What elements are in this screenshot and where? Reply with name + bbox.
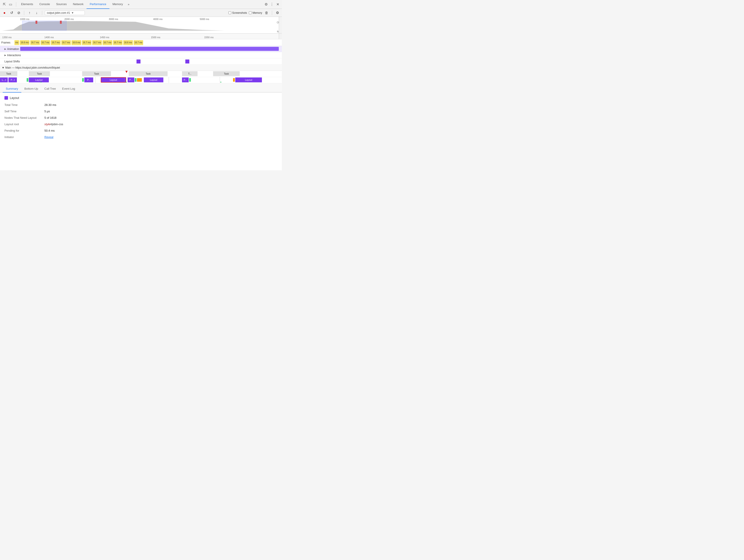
topbar-right-controls: ⚙ ⋮ ✕ bbox=[264, 2, 280, 7]
tab-performance[interactable]: Performance bbox=[86, 0, 109, 9]
frame-chip-1[interactable]: 16.6 ms bbox=[20, 40, 30, 45]
frame-chip-11[interactable]: 16.6 ms bbox=[123, 40, 133, 45]
subtask-green-3 bbox=[135, 78, 137, 82]
tab-call-tree[interactable]: Call Tree bbox=[41, 85, 59, 92]
frame-chip-3[interactable]: 16.7 ms bbox=[41, 40, 50, 45]
kebab-menu-icon[interactable]: ⋮ bbox=[269, 2, 274, 7]
tab-network[interactable]: Network bbox=[70, 0, 87, 9]
frame-chip-6[interactable]: 16.6 ms bbox=[71, 40, 81, 45]
subtask-orange-2 bbox=[233, 78, 235, 82]
frame-chip-8[interactable]: 16.7 ms bbox=[92, 40, 102, 45]
subtask-layout-3[interactable]: Layout bbox=[235, 77, 262, 82]
tab-elements[interactable]: Elements bbox=[18, 0, 36, 9]
tab-summary[interactable]: Summary bbox=[3, 85, 21, 92]
initiator-reveal-link[interactable]: Reveal bbox=[44, 136, 53, 139]
layout-shifts-label-text: Layout Shifts bbox=[4, 60, 20, 63]
toolbar-divider-1 bbox=[24, 11, 24, 15]
layout-shifts-content bbox=[21, 59, 282, 64]
trash-icon[interactable]: 🗑 bbox=[264, 10, 269, 15]
summary-row-pending: Pending for 50.4 ms bbox=[4, 129, 277, 132]
subtask-p1[interactable]: P... bbox=[84, 77, 93, 82]
frame-chip-5[interactable]: 16.7 ms bbox=[61, 40, 71, 45]
tab-memory[interactable]: Memory bbox=[109, 0, 126, 9]
main-label: Main bbox=[5, 66, 11, 69]
animation-expand-arrow[interactable]: ▶ bbox=[4, 48, 6, 50]
memory-checkbox[interactable] bbox=[249, 11, 252, 14]
main-nav: Elements Console Sources Network Perform… bbox=[18, 0, 263, 9]
url-selector[interactable]: output.jsbin.com #1 ▼ bbox=[45, 11, 85, 15]
subtask-p2[interactable]: P... bbox=[127, 77, 134, 82]
green-dot-3 bbox=[220, 82, 221, 82]
task-block-2[interactable]: Task bbox=[82, 71, 111, 76]
task-block-3[interactable]: Task bbox=[129, 71, 168, 76]
clear-button[interactable]: ⊘ bbox=[16, 10, 21, 15]
frame-chip-9[interactable]: 16.7 ms bbox=[103, 40, 112, 45]
record-button[interactable]: ● bbox=[2, 10, 7, 15]
tl-time-1500: 1500 ms bbox=[151, 36, 160, 39]
devtools-icons: ⇱ ▭ bbox=[2, 2, 13, 7]
interactions-expand-arrow[interactable]: ▶ bbox=[4, 54, 6, 57]
subtask-orange-1 bbox=[137, 78, 142, 82]
frame-chip-0[interactable]: ms bbox=[14, 40, 19, 45]
frame-chip-10[interactable]: 16.7 ms bbox=[113, 40, 123, 45]
memory-checkbox-group[interactable]: Memory bbox=[249, 11, 262, 14]
subtask-lt[interactable]: L...t bbox=[0, 77, 8, 82]
task-block-1[interactable]: Task bbox=[29, 71, 50, 76]
layout-shifts-label: Layout Shifts bbox=[0, 60, 21, 63]
main-section-header: ▼ Main — https://output.jsbin.com/elisum… bbox=[0, 65, 282, 71]
download-button[interactable]: ↓ bbox=[34, 10, 39, 15]
capture-settings-icon[interactable]: ⚙ bbox=[275, 10, 280, 15]
time-label-5000: 5000 ms bbox=[200, 18, 209, 21]
timeline-header: 1350 ms 1400 ms 1450 ms 1500 ms 1550 ms bbox=[0, 34, 282, 39]
subtask-green-2 bbox=[82, 78, 84, 82]
tab-sources[interactable]: Sources bbox=[53, 0, 70, 9]
task-block-4[interactable]: T... bbox=[182, 71, 197, 76]
task-block-5[interactable]: Task bbox=[213, 71, 240, 76]
task-marker bbox=[125, 71, 127, 73]
subtask-green-1 bbox=[27, 78, 28, 82]
refresh-button[interactable]: ↺ bbox=[9, 10, 14, 15]
tab-bottom-up[interactable]: Bottom-Up bbox=[21, 85, 41, 92]
summary-title-text: Layout bbox=[10, 96, 19, 100]
subtask-pt[interactable]: P...t bbox=[8, 77, 17, 82]
subtask-layout-1[interactable]: Layout bbox=[29, 77, 49, 82]
animation-label[interactable]: ▶ Animation bbox=[0, 47, 20, 50]
time-label-1000: 1000 ms bbox=[20, 18, 29, 21]
animation-bar bbox=[20, 47, 279, 51]
screenshots-checkbox[interactable] bbox=[228, 11, 231, 14]
interactions-label-text: Interactions bbox=[7, 54, 21, 57]
subtask-layout-selected[interactable]: Layout bbox=[101, 77, 126, 82]
overview-scrollbar[interactable] bbox=[279, 17, 282, 33]
animation-row: ▶ Animation bbox=[0, 46, 282, 52]
layout-root-style-keyword: style bbox=[44, 122, 50, 126]
subtask-p3[interactable]: P... bbox=[182, 77, 189, 82]
interactions-label[interactable]: ▶ Interactions bbox=[0, 54, 22, 57]
frame-chip-7[interactable]: 16.7 ms bbox=[82, 40, 92, 45]
nodes-value: 5 of 1618 bbox=[44, 116, 57, 119]
cursor-icon[interactable]: ⇱ bbox=[2, 2, 7, 7]
main-expand-arrow[interactable]: ▼ bbox=[2, 66, 4, 69]
settings-icon[interactable]: ⚙ bbox=[264, 2, 268, 7]
more-tabs-button[interactable]: » bbox=[126, 0, 131, 9]
device-icon[interactable]: ▭ bbox=[8, 2, 13, 7]
close-icon[interactable]: ✕ bbox=[275, 2, 280, 7]
frames-label: Frames bbox=[0, 41, 13, 44]
upload-button[interactable]: ↑ bbox=[27, 10, 32, 15]
tab-event-log[interactable]: Event Log bbox=[59, 85, 78, 92]
frames-row: Frames ms 16.6 ms 16.7 ms 16.7 ms 16.7 m… bbox=[0, 39, 282, 46]
pending-label: Pending for bbox=[4, 129, 44, 132]
tab-console[interactable]: Console bbox=[36, 0, 53, 9]
time-label-4000: 4000 ms bbox=[153, 18, 162, 21]
frame-chip-2[interactable]: 16.7 ms bbox=[30, 40, 40, 45]
main-subtasks-row: L...t P...t Layout P... Layout P... Layo… bbox=[0, 77, 282, 83]
task-block-0[interactable]: Task bbox=[0, 71, 17, 76]
tl-time-1400: 1400 ms bbox=[44, 36, 54, 39]
screenshots-checkbox-group[interactable]: Screenshots bbox=[228, 11, 247, 14]
frame-chip-4[interactable]: 16.7 ms bbox=[51, 40, 61, 45]
green-dot-1 bbox=[41, 82, 41, 82]
timeline-scrollbar[interactable] bbox=[279, 34, 282, 39]
animation-label-text: Animation bbox=[7, 47, 19, 50]
frame-chip-12[interactable]: 16.7 ms bbox=[134, 40, 143, 45]
subtask-layout-2[interactable]: Layout bbox=[144, 77, 163, 82]
layout-shifts-row: Layout Shifts bbox=[0, 59, 282, 65]
